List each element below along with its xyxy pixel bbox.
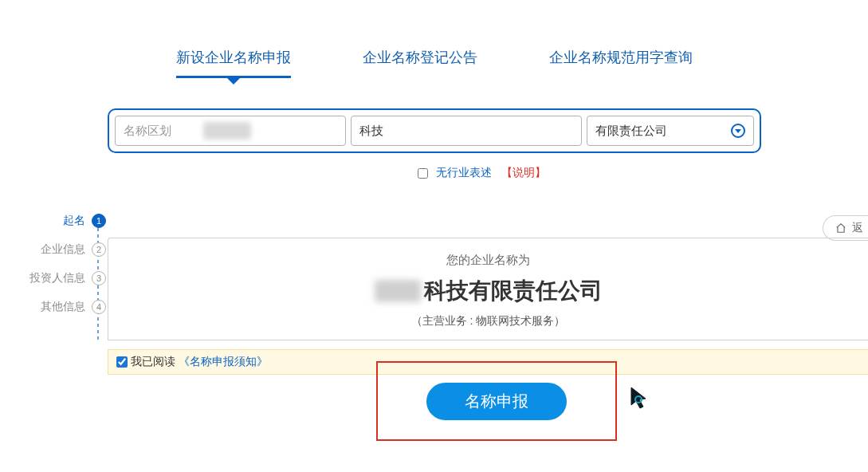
tab-new-name-application[interactable]: 新设企业名称申报 <box>176 48 291 77</box>
tab-label: 企业名称登记公告 <box>363 49 477 65</box>
no-industry-explain-link[interactable]: 【说明】 <box>501 166 546 179</box>
chevron-down-icon <box>731 124 745 138</box>
step-number-icon: 3 <box>92 271 106 285</box>
step-number-icon: 1 <box>92 214 106 228</box>
no-industry-row: 无行业表述 【说明】 <box>0 166 868 180</box>
step-label: 其他信息 <box>41 300 85 314</box>
orgtype-value: 有限责任公司 <box>595 124 667 139</box>
step-label: 投资人信息 <box>29 271 85 285</box>
industry-field[interactable]: 科技 <box>351 116 582 146</box>
no-industry-label: 无行业表述 <box>436 166 492 179</box>
active-tab-indicator-icon <box>227 78 240 85</box>
tab-name-registration-notice[interactable]: 企业名称登记公告 <box>363 48 477 77</box>
no-industry-checkbox[interactable] <box>418 168 428 179</box>
main-business-line: （主营业务 : 物联网技术服务） <box>116 314 860 328</box>
name-form-container: 名称区划 科技 有限责任公司 <box>108 108 761 153</box>
region-field[interactable]: 名称区划 <box>115 116 346 146</box>
agreement-prefix: 我已阅读 <box>131 355 175 369</box>
submit-name-button[interactable]: 名称申报 <box>426 383 567 420</box>
tab-name-char-lookup[interactable]: 企业名称规范用字查询 <box>549 48 693 77</box>
return-label: 返 <box>852 221 863 235</box>
industry-value: 科技 <box>359 124 383 139</box>
tab-bar: 新设企业名称申报 企业名称登记公告 企业名称规范用字查询 <box>0 48 868 77</box>
orgtype-field[interactable]: 有限责任公司 <box>587 116 754 146</box>
company-name: 科技有限责任公司 <box>116 276 860 306</box>
preview-lead: 您的企业名称为 <box>116 253 860 268</box>
name-form-row: 名称区划 科技 有限责任公司 <box>115 116 754 146</box>
region-value-redacted <box>203 122 251 140</box>
agreement-link[interactable]: 《名称申报须知》 <box>179 355 268 369</box>
company-name-prefix-redacted <box>375 280 421 302</box>
step-company-info[interactable]: 企业信息 2 <box>14 242 106 257</box>
name-preview-panel: 您的企业名称为 科技有限责任公司 （主营业务 : 物联网技术服务） <box>108 238 868 340</box>
agreement-checkbox[interactable] <box>116 356 128 368</box>
step-investor-info[interactable]: 投资人信息 3 <box>14 271 106 285</box>
tab-label: 新设企业名称申报 <box>176 49 291 65</box>
step-other-info[interactable]: 其他信息 4 <box>14 300 106 314</box>
step-number-icon: 2 <box>92 242 106 257</box>
step-naming[interactable]: 起名 1 <box>14 214 106 228</box>
tab-label: 企业名称规范用字查询 <box>549 49 693 65</box>
company-name-suffix: 科技有限责任公司 <box>424 276 603 306</box>
region-placeholder: 名称区划 <box>124 124 171 139</box>
cursor-icon <box>630 386 650 410</box>
submit-highlight-box: 名称申报 <box>376 361 617 441</box>
step-label: 企业信息 <box>41 242 85 257</box>
step-number-icon: 4 <box>92 300 106 314</box>
steps-sidebar: 起名 1 企业信息 2 投资人信息 3 其他信息 4 <box>14 214 106 328</box>
step-label: 起名 <box>63 214 85 228</box>
home-icon <box>835 222 847 234</box>
